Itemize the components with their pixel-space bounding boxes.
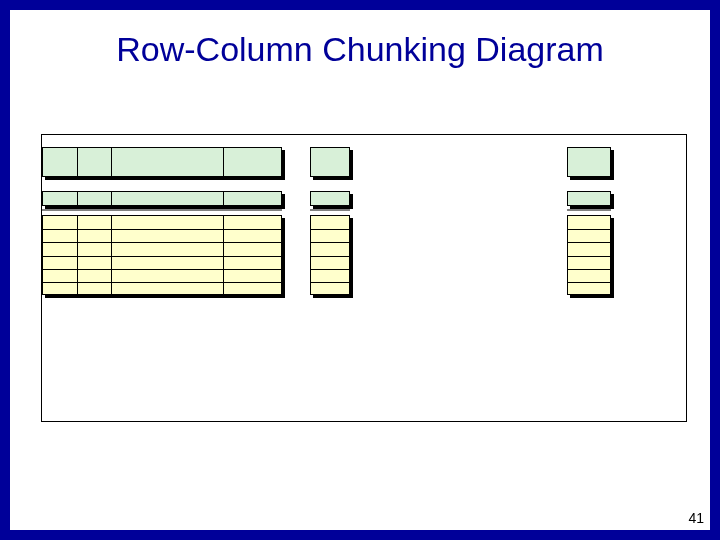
green1-g2 xyxy=(310,147,350,177)
yellow-g3-hline4 xyxy=(568,269,610,270)
yellow-g3-hline5 xyxy=(568,282,610,283)
yellow-g2-hline2 xyxy=(311,242,349,243)
green2-g1-split2 xyxy=(111,192,112,205)
slide-frame: Row-Column Chunking Diagram xyxy=(0,0,720,540)
yellow-g2-hline4 xyxy=(311,269,349,270)
yellow-g3-hline2 xyxy=(568,242,610,243)
yellow-g1-hline5 xyxy=(43,282,281,283)
yellow-g2-hline5 xyxy=(311,282,349,283)
yellow-g2-hline3 xyxy=(311,256,349,257)
separator-g3 xyxy=(567,209,611,211)
green1-g1 xyxy=(42,147,282,177)
separator-g1 xyxy=(42,209,282,211)
separator-g2 xyxy=(310,209,350,211)
yellow-g1 xyxy=(42,215,282,295)
green2-g1-split3 xyxy=(223,192,224,205)
green2-g1 xyxy=(42,191,282,206)
page-number: 41 xyxy=(688,510,704,526)
green2-g3 xyxy=(567,191,611,206)
green2-g1-split1 xyxy=(77,192,78,205)
yellow-g1-hline1 xyxy=(43,229,281,230)
yellow-g2 xyxy=(310,215,350,295)
yellow-g3-hline3 xyxy=(568,256,610,257)
green1-g1-split2 xyxy=(111,148,112,176)
yellow-g1-hline4 xyxy=(43,269,281,270)
yellow-g3-hline1 xyxy=(568,229,610,230)
yellow-g1-hline2 xyxy=(43,242,281,243)
yellow-g1-hline3 xyxy=(43,256,281,257)
slide-title: Row-Column Chunking Diagram xyxy=(10,30,710,69)
green1-g3 xyxy=(567,147,611,177)
yellow-g2-hline1 xyxy=(311,229,349,230)
green1-g1-split1 xyxy=(77,148,78,176)
green1-g1-split3 xyxy=(223,148,224,176)
yellow-g3 xyxy=(567,215,611,295)
diagram-canvas xyxy=(41,134,687,422)
green2-g2 xyxy=(310,191,350,206)
